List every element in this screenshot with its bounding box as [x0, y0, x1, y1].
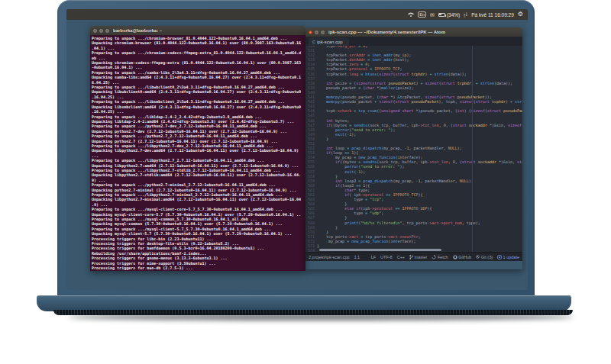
github-icon — [453, 255, 457, 259]
status-item-fetch[interactable]: Fetch — [432, 255, 448, 259]
status-item-label: LF — [371, 255, 376, 259]
terminal-line: Unpacking mysql-common (5.7.30-0ubuntu0.… — [92, 221, 306, 226]
terminal-titlebar[interactable]: barborka@barborka: ~ — [90, 26, 306, 35]
close-button[interactable] — [93, 29, 97, 33]
laptop-mockup: En ✉ (34%) Pá kvě 11 16:09:29 ⚙ barbork — [0, 0, 611, 364]
line-number-gutter: 5305315325335345355365375385395405415425… — [306, 46, 317, 252]
terminal-line: Unpacking libpython2.7-stdlib:amd64 (2.7… — [92, 172, 306, 177]
battery-indicator[interactable]: (34%) — [438, 12, 460, 18]
session-gear-icon[interactable]: ⚙ — [518, 11, 523, 18]
atom-tab-bar: C ipk-scan.cpp — [306, 37, 522, 46]
status-item-label: Git (3) — [481, 255, 493, 259]
atom-status-bar: 2.projekt/ipk-scan.cpp 1:1 LFUTF-8C++mas… — [306, 252, 522, 261]
wifi-indicator[interactable] — [408, 12, 414, 17]
tab-ipk-scan[interactable]: C ipk-scan.cpp — [309, 37, 349, 46]
tab-label: ipk-scan.cpp — [317, 40, 343, 44]
terminal-title: barborka@barborka: ~ — [113, 28, 162, 33]
line-number: 574 — [306, 248, 315, 252]
maximize-button[interactable] — [105, 29, 109, 33]
cpp-file-icon: C — [312, 40, 315, 44]
battery-icon — [438, 13, 445, 17]
status-item-utf-8[interactable]: UTF-8 — [380, 255, 393, 259]
keyboard-layout-indicator[interactable]: En — [418, 11, 426, 18]
terminal-line: Unpacking samba-libs:amd64 (2:4.3.11+dfs… — [92, 75, 306, 79]
horizontal-scrollbar[interactable] — [319, 249, 441, 251]
status-item-label: GitHub — [458, 255, 471, 259]
status-item-c-[interactable]: C++ — [397, 255, 405, 259]
maximize-button[interactable] — [321, 31, 325, 34]
status-item-label: master — [415, 255, 428, 259]
screen-desktop: En ✉ (34%) Pá kvě 11 16:09:29 ⚙ barbork — [66, 9, 528, 290]
laptop-shadow — [69, 314, 573, 321]
minimize-button[interactable] — [315, 31, 318, 34]
atom-editor-window: ipk-scan.cpp — ~/Dokumenty/4.semester/IP… — [306, 27, 522, 269]
terminal-line: Preparing to unpack .../python2.7-minima… — [92, 182, 306, 187]
code-line: memcpy(pseudo_packet + sizeof(struct pse… — [317, 99, 522, 104]
terminal-line: Processing triggers for man-db (2.7.5-1)… — [92, 266, 306, 270]
status-item-label: Fetch — [438, 255, 448, 259]
code-editor[interactable]: 5305315325335345355365375385395405415425… — [306, 46, 522, 252]
atom-titlebar[interactable]: ipk-scan.cpp — ~/Dokumenty/4.semester/IP… — [306, 27, 522, 37]
terminal-line: Unpacking libpython2.7-dev:amd64 (2.7.12… — [92, 148, 306, 153]
terminal-line: Unpacking libpython2.7-minimal:amd64 (2.… — [92, 197, 306, 201]
status-item-label: UTF-8 — [380, 255, 393, 259]
code-pane[interactable]: tcph->urg_ptr = 0; tcpPacket.srcAddr = i… — [317, 46, 522, 252]
code-line: tcph->check = tcp_csum((unsigned short *… — [317, 108, 522, 113]
status-item-git-3-[interactable]: Git (3) — [476, 255, 493, 259]
network-activity-icon[interactable] — [464, 12, 467, 18]
terminal-line: Preparing to unpack .../mysql-client-cor… — [92, 207, 306, 211]
mail-icon[interactable]: ✉ — [430, 12, 435, 18]
terminal-window: barborka@barborka: ~ Preparing to unpack… — [90, 26, 306, 271]
update-icon — [497, 255, 502, 259]
minimize-button[interactable] — [99, 29, 103, 33]
terminal-output[interactable]: Preparing to unpack .../chromium-browser… — [90, 35, 306, 271]
git-branch-icon — [409, 255, 413, 259]
status-item-lf[interactable]: LF — [371, 255, 376, 259]
status-item-github[interactable]: GitHub — [453, 255, 472, 259]
sync-icon — [432, 255, 436, 259]
battery-percent: (34%) — [447, 12, 460, 18]
status-item-label: 1 update — [503, 255, 519, 259]
wifi-icon — [408, 12, 414, 17]
status-cursor-position[interactable]: 1:1 — [354, 255, 360, 259]
system-top-bar: En ✉ (34%) Pá kvě 11 16:09:29 ⚙ — [66, 9, 528, 20]
status-item-label: C++ — [397, 255, 405, 259]
atom-window-title: ipk-scan.cpp — ~/Dokumenty/4.semester/IP… — [328, 30, 445, 34]
terminal-line: Preparing to unpack .../chromium-codecs-… — [92, 50, 306, 55]
clock-indicator[interactable]: Pá kvě 11 16:09:29 — [471, 12, 514, 18]
status-item-1-update[interactable]: 1 update — [497, 255, 519, 259]
close-button[interactable] — [309, 31, 312, 34]
terminal-line: Unpacking python2.7 (2.7.12-1ubuntu0~16.… — [92, 139, 306, 143]
wrap-guide — [472, 46, 473, 252]
terminal-line: Unpacking libwbclient0:amd64 (2:4.3.11+d… — [92, 89, 306, 94]
terminal-line: Unpacking chromium-browser (81.0.4044.12… — [92, 40, 306, 45]
status-file-path[interactable]: 2.projekt/ipk-scan.cpp — [309, 255, 350, 259]
git-dot-icon — [476, 255, 480, 259]
terminal-line: Unpacking mysql-client-5.7 (5.7.30-0ubun… — [92, 231, 306, 236]
laptop-base — [37, 295, 571, 311]
status-item-master[interactable]: master — [409, 255, 427, 259]
terminal-line: Preparing to unpack .../libsmbclient_2%3… — [92, 99, 306, 104]
